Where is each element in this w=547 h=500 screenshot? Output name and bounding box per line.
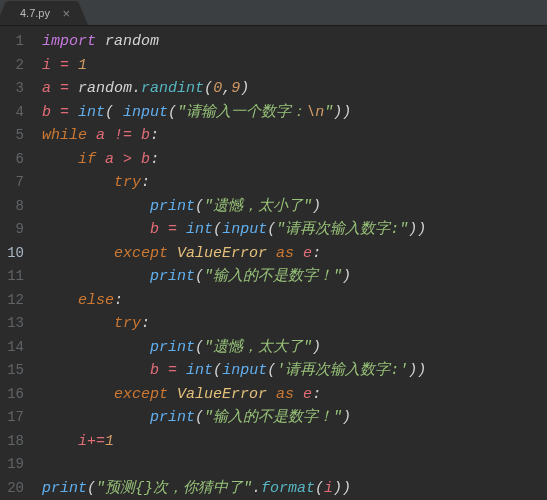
line-number: 15 bbox=[6, 359, 24, 383]
token-opr: += bbox=[87, 433, 105, 450]
token-func: input bbox=[123, 104, 168, 121]
line-number-gutter: 1234567891011121314151617181920 bbox=[0, 26, 34, 500]
editor: 1234567891011121314151617181920 import r… bbox=[0, 26, 547, 500]
token-pun: : bbox=[150, 151, 159, 168]
token-pun bbox=[42, 268, 150, 285]
token-num: 0 bbox=[213, 80, 222, 97]
code-line[interactable]: try: bbox=[42, 312, 539, 336]
token-str: "预测{}次，你猜中了" bbox=[96, 480, 252, 497]
token-pun bbox=[42, 174, 114, 191]
code-line[interactable]: i+=1 bbox=[42, 430, 539, 454]
token-func: print bbox=[150, 268, 195, 285]
code-area[interactable]: import randomi = 1a = random.randint(0,9… bbox=[34, 26, 547, 500]
code-line[interactable]: a = random.randint(0,9) bbox=[42, 77, 539, 101]
token-var: b bbox=[141, 127, 150, 144]
token-pun: ( bbox=[195, 339, 204, 356]
tab-bar: 4.7.py × bbox=[0, 0, 547, 26]
token-pun bbox=[294, 245, 303, 262]
code-line[interactable]: print("预测{}次，你猜中了".format(i)) bbox=[42, 477, 539, 501]
token-kw: as bbox=[276, 386, 294, 403]
code-line[interactable]: except ValueError as e: bbox=[42, 242, 539, 266]
line-number: 3 bbox=[6, 77, 24, 101]
token-num: 1 bbox=[105, 433, 114, 450]
line-number: 2 bbox=[6, 54, 24, 78]
code-line[interactable]: except ValueError as e: bbox=[42, 383, 539, 407]
code-line[interactable]: print("遗憾，太大了") bbox=[42, 336, 539, 360]
token-pun bbox=[69, 57, 78, 74]
token-str: "遗憾，太大了" bbox=[204, 339, 312, 356]
token-kw: if bbox=[78, 151, 96, 168]
token-pun: )) bbox=[333, 104, 351, 121]
line-number: 13 bbox=[6, 312, 24, 336]
token-pun: ) bbox=[240, 80, 249, 97]
token-pun bbox=[87, 127, 96, 144]
code-line[interactable]: print("输入的不是数字！") bbox=[42, 265, 539, 289]
token-pun: ( bbox=[195, 198, 204, 215]
line-number: 18 bbox=[6, 430, 24, 454]
token-var: b bbox=[150, 362, 159, 379]
token-var: b bbox=[141, 151, 150, 168]
code-line[interactable]: print("输入的不是数字！") bbox=[42, 406, 539, 430]
token-pun: ( bbox=[168, 104, 177, 121]
line-number: 6 bbox=[6, 148, 24, 172]
token-pun: ) bbox=[312, 339, 321, 356]
token-call: randint bbox=[141, 80, 204, 97]
line-number: 8 bbox=[6, 195, 24, 219]
code-line[interactable]: print("遗憾，太小了") bbox=[42, 195, 539, 219]
token-func: print bbox=[150, 409, 195, 426]
token-pun bbox=[42, 362, 150, 379]
token-pun: ) bbox=[312, 198, 321, 215]
token-pun bbox=[42, 433, 78, 450]
token-pun bbox=[105, 127, 114, 144]
token-pun: )) bbox=[408, 221, 426, 238]
token-str: "遗憾，太小了" bbox=[204, 198, 312, 215]
line-number: 7 bbox=[6, 171, 24, 195]
code-line[interactable]: else: bbox=[42, 289, 539, 313]
token-func: print bbox=[42, 480, 87, 497]
token-pun: ( bbox=[213, 362, 222, 379]
token-var: a bbox=[105, 151, 114, 168]
close-icon[interactable]: × bbox=[62, 6, 70, 21]
code-line[interactable]: b = int( input("请输入一个数字：\n")) bbox=[42, 101, 539, 125]
token-pun bbox=[132, 127, 141, 144]
code-line[interactable]: try: bbox=[42, 171, 539, 195]
token-var: a bbox=[42, 80, 51, 97]
token-pun bbox=[132, 151, 141, 168]
token-kw: while bbox=[42, 127, 87, 144]
token-pun bbox=[42, 292, 78, 309]
token-var: i bbox=[78, 433, 87, 450]
token-name: random bbox=[78, 80, 132, 97]
file-tab[interactable]: 4.7.py × bbox=[6, 1, 78, 25]
token-pun bbox=[177, 221, 186, 238]
token-pun: ( bbox=[204, 80, 213, 97]
token-var: e bbox=[303, 245, 312, 262]
token-pun: )) bbox=[333, 480, 351, 497]
token-func: input bbox=[222, 362, 267, 379]
token-pun: ( bbox=[195, 268, 204, 285]
line-number: 11 bbox=[6, 265, 24, 289]
token-kw: else bbox=[78, 292, 114, 309]
code-line[interactable]: while a != b: bbox=[42, 124, 539, 148]
token-pun bbox=[51, 80, 60, 97]
line-number: 16 bbox=[6, 383, 24, 407]
line-number: 4 bbox=[6, 101, 24, 125]
token-pun bbox=[168, 386, 177, 403]
code-line[interactable]: if a > b: bbox=[42, 148, 539, 172]
token-var: i bbox=[42, 57, 51, 74]
token-pun: : bbox=[114, 292, 123, 309]
line-number: 17 bbox=[6, 406, 24, 430]
token-kwr: import bbox=[42, 33, 96, 50]
token-var: i bbox=[324, 480, 333, 497]
token-var: b bbox=[150, 221, 159, 238]
token-opr: = bbox=[168, 221, 177, 238]
token-pun bbox=[177, 362, 186, 379]
code-line[interactable]: b = int(input('请再次输入数字:')) bbox=[42, 359, 539, 383]
code-line[interactable] bbox=[42, 453, 539, 477]
token-pun bbox=[42, 151, 78, 168]
code-line[interactable]: import random bbox=[42, 30, 539, 54]
code-line[interactable]: i = 1 bbox=[42, 54, 539, 78]
token-kw: try bbox=[114, 174, 141, 191]
code-line[interactable]: b = int(input("请再次输入数字:")) bbox=[42, 218, 539, 242]
token-pun: ( bbox=[105, 104, 123, 121]
token-pun bbox=[267, 386, 276, 403]
